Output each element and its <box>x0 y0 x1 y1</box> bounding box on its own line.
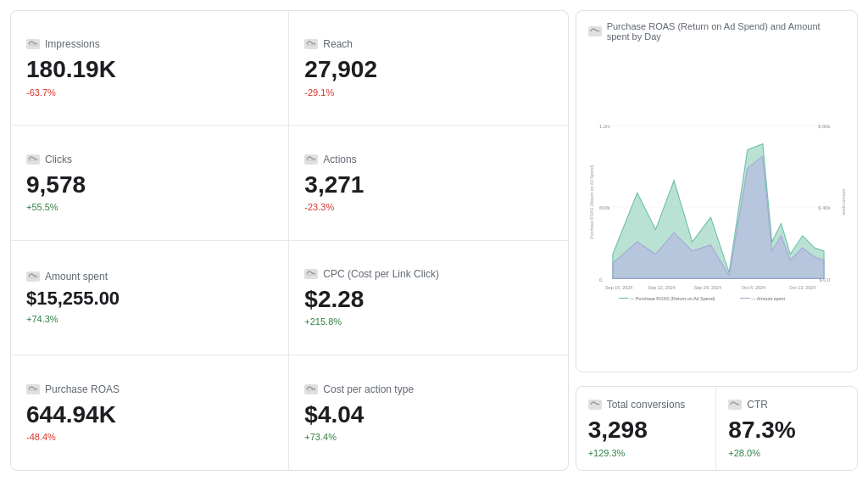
total-conversions-change: +129.3% <box>588 448 704 458</box>
clicks-icon <box>26 154 40 165</box>
impressions-value: 180.19K <box>26 55 273 84</box>
svg-text:600k: 600k <box>599 205 610 210</box>
impressions-icon <box>26 39 40 49</box>
total-conversions-icon <box>588 400 602 410</box>
amount-spent-change: +74.3% <box>26 314 273 324</box>
actions-label: Actions <box>323 154 356 165</box>
clicks-value: 9,578 <box>26 171 273 199</box>
svg-text:1.2m: 1.2m <box>599 124 610 129</box>
chart-panel: Purchase ROAS (Return on Ad Spend) and A… <box>576 10 858 372</box>
svg-text:Sep 15, 2024: Sep 15, 2024 <box>605 285 632 290</box>
svg-text:Amount spent: Amount spent <box>841 189 845 216</box>
metric-purchase-roas: Purchase ROAS 644.94K -48.4% <box>11 355 289 470</box>
chart-area: 1.2m 600k 0 $ 80k $ 40k $ 0.0 Purchase R… <box>588 48 845 361</box>
svg-text:Sep 22, 2024: Sep 22, 2024 <box>648 285 675 290</box>
cpc-value: $2.28 <box>304 285 552 314</box>
total-conversions-value: 3,298 <box>588 416 704 445</box>
impressions-label: Impressions <box>45 38 100 50</box>
metric-impressions: Impressions 180.19K -63.7% <box>11 11 289 126</box>
reach-label: Reach <box>323 38 353 50</box>
reach-change: -29.1% <box>304 87 552 98</box>
chart-svg: 1.2m 600k 0 $ 80k $ 40k $ 0.0 Purchase R… <box>588 48 845 361</box>
bottom-metrics-panel: Total conversions 3,298 +129.3% CTR 87.3… <box>576 386 858 471</box>
clicks-label: Clicks <box>45 154 72 165</box>
svg-text:— Amount spent: — Amount spent <box>751 296 785 301</box>
ctr-icon <box>728 400 742 410</box>
actions-value: 3,271 <box>304 171 552 199</box>
svg-text:Oct 6, 2024: Oct 6, 2024 <box>742 285 765 290</box>
svg-text:0: 0 <box>599 277 602 282</box>
reach-icon <box>304 39 318 49</box>
metric-reach: Reach 27,902 -29.1% <box>289 11 567 126</box>
metric-clicks: Clicks 9,578 +55.5% <box>11 126 289 240</box>
svg-text:Sep 29, 2024: Sep 29, 2024 <box>693 285 721 290</box>
reach-value: 27,902 <box>304 55 552 84</box>
metric-cpc: CPC (Cost per Link Click) $2.28 +215.8% <box>289 241 567 355</box>
ctr-change: +28.0% <box>728 448 845 458</box>
clicks-change: +55.5% <box>26 202 273 212</box>
svg-text:— Purchase ROAS (Return on Ad : — Purchase ROAS (Return on Ad Spend) <box>630 296 715 301</box>
svg-text:Oct 13, 2024: Oct 13, 2024 <box>789 285 815 290</box>
cpc-label: CPC (Cost per Link Click) <box>323 268 439 280</box>
purchase-roas-label: Purchase ROAS <box>45 383 120 395</box>
amount-spent-label: Amount spent <box>45 271 108 282</box>
purchase-roas-icon <box>26 384 40 394</box>
ctr-value: 87.3% <box>728 416 845 445</box>
purchase-roas-change: -48.4% <box>26 432 273 442</box>
chart-title: Purchase ROAS (Return on Ad Spend) and A… <box>607 21 845 42</box>
cost-per-action-value: $4.04 <box>304 400 552 429</box>
cpc-icon <box>304 269 318 279</box>
chart-icon <box>588 26 602 36</box>
impressions-change: -63.7% <box>26 87 273 98</box>
metric-ctr: CTR 87.3% +28.0% <box>716 387 857 470</box>
actions-icon <box>304 154 318 165</box>
metric-amount-spent: Amount spent $15,255.00 +74.3% <box>11 241 289 355</box>
dashboard: Impressions 180.19K -63.7% Reach 27,902 … <box>0 0 868 481</box>
amount-spent-value: $15,255.00 <box>26 288 273 310</box>
purchase-roas-value: 644.94K <box>26 400 273 429</box>
svg-text:$ 40k: $ 40k <box>818 205 830 210</box>
metric-cost-per-action: Cost per action type $4.04 +73.4% <box>289 355 567 470</box>
svg-text:$ 80k: $ 80k <box>818 124 830 129</box>
actions-change: -23.3% <box>304 202 552 212</box>
svg-text:Purchase ROAS (Return on Ad Sp: Purchase ROAS (Return on Ad Spend) <box>588 165 593 239</box>
total-conversions-label: Total conversions <box>607 399 686 411</box>
metrics-panel: Impressions 180.19K -63.7% Reach 27,902 … <box>10 10 569 471</box>
cost-per-action-icon <box>304 384 318 394</box>
cost-per-action-change: +73.4% <box>304 432 552 442</box>
cpc-change: +215.8% <box>304 316 552 327</box>
ctr-label: CTR <box>747 399 768 411</box>
amount-spent-icon <box>26 271 40 282</box>
metric-total-conversions: Total conversions 3,298 +129.3% <box>576 387 717 470</box>
metric-actions: Actions 3,271 -23.3% <box>289 126 567 240</box>
cost-per-action-label: Cost per action type <box>323 383 414 395</box>
